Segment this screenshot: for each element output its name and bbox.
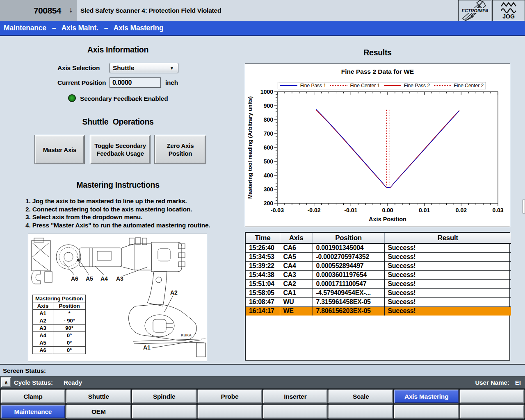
table-row: A1* <box>33 310 86 317</box>
results-table-wrap: Time Axis Position Result 15:26:40CA60.0… <box>245 232 510 361</box>
table-row: A390° <box>33 325 86 332</box>
table-row[interactable]: 15:34:53CA5-0.0002705974352Success! <box>246 252 511 261</box>
axis-selection-dropdown[interactable]: Shuttle ▼ <box>110 63 178 73</box>
master-axis-button[interactable]: Master Axis <box>35 135 84 164</box>
softkey-empty[interactable] <box>132 405 196 418</box>
chart-title: Fine Pass 2 Data for WE <box>245 68 510 75</box>
axis-label-a1: A1 <box>143 344 151 351</box>
svg-text:0.01: 0.01 <box>419 207 430 213</box>
svg-text:300: 300 <box>264 186 274 193</box>
cycle-status-bar: ∧ Cycle Status: Ready User Name: EI <box>0 376 525 388</box>
svg-text:-0.02: -0.02 <box>308 207 321 213</box>
mastering-col-axis: Axis <box>33 302 53 310</box>
company-logo-box: ECTROIMPA <box>458 0 491 21</box>
softkey-empty[interactable] <box>460 405 524 418</box>
mastering-instructions-title: Mastering Instructions <box>25 180 211 190</box>
svg-text:400: 400 <box>264 172 274 179</box>
cell-time: 15:34:53 <box>246 252 280 261</box>
cell-axis: CA5 <box>280 252 313 261</box>
breadcrumb-bar: Maintenance – Axis Maint. – Axis Masteri… <box>0 21 525 36</box>
softkey-empty[interactable] <box>263 405 328 418</box>
legend-label: Fine Pass 1 <box>300 83 326 89</box>
secondary-feedback-led <box>68 94 76 102</box>
softkey-shuttle[interactable]: Shuttle <box>66 390 131 403</box>
legend-entry: Fine Pass 1 <box>280 83 326 89</box>
legend-entry: Fine Center 2 <box>434 83 484 89</box>
softkey-spindle[interactable]: Spindle <box>132 390 196 403</box>
cell-time: 16:14:17 <box>246 306 280 316</box>
svg-text:-0.03: -0.03 <box>271 207 284 213</box>
table-row[interactable]: 16:08:47WU7.315961458EX-05Success! <box>246 297 511 306</box>
svg-text:0.03: 0.03 <box>492 207 503 213</box>
chart-legend: Fine Pass 1 Fine Center 1 Fine Pass 2 Fi… <box>278 82 486 89</box>
svg-text:-0.01: -0.01 <box>344 207 357 213</box>
instruction-step: 4. Press "Master Axis" to run the automa… <box>25 221 210 229</box>
softkey-axis-mastering[interactable]: Axis Mastering <box>394 390 459 403</box>
legend-line-sample <box>280 85 297 86</box>
cell-result: Success! <box>384 279 511 288</box>
softkey-scale[interactable]: Scale <box>329 390 393 403</box>
col-time: Time <box>246 233 280 243</box>
cell-axis: CA1 <box>280 288 313 297</box>
legend-entry: Fine Center 1 <box>330 83 380 89</box>
table-row: A40° <box>33 332 86 339</box>
crossed-hammer-bolt-icon: ECTROIMPA <box>459 0 491 21</box>
cell-time: 15:39:22 <box>246 261 280 270</box>
zero-axis-position-button[interactable]: Zero Axis Position <box>155 135 206 164</box>
softkey-inserter[interactable]: Inserter <box>263 390 328 403</box>
user-name-value: EI <box>515 379 521 386</box>
results-header-row: Time Axis Position Result <box>246 233 511 243</box>
cell-position: -4.579409454EX-... <box>313 288 384 297</box>
toggle-secondary-feedback-button[interactable]: Toggle Secondary Feedback Usage <box>90 135 150 164</box>
svg-text:900: 900 <box>264 102 274 109</box>
softkey-empty[interactable] <box>460 390 524 403</box>
svg-text:0.02: 0.02 <box>456 207 467 213</box>
mastering-table-title: Mastering Position <box>33 295 86 302</box>
cell-axis: CA4 <box>280 261 313 270</box>
collapse-button[interactable]: ∧ <box>1 377 11 387</box>
softkey-grid: Clamp Shuttle Spindle Probe Inserter Sca… <box>0 388 525 420</box>
cycle-status-label: Cycle Status: <box>14 379 53 386</box>
current-position-field[interactable] <box>110 77 161 88</box>
table-row: A60° <box>33 347 86 354</box>
mastering-position-table: Mastering Position Axis Position A1* A2-… <box>32 295 86 354</box>
top-alarm-bar: 700854 ↓ Sled Safety Scanner 4: Protecti… <box>0 0 525 21</box>
instruction-step: 3. Select axis from the dropdown menu. <box>25 213 210 221</box>
breadcrumb: Maintenance – Axis Maint. – Axis Masteri… <box>0 24 163 32</box>
robot-diagram: A6 A5 A4 A3 A2 A1 KUKA Mastering Positio… <box>28 234 207 361</box>
cell-axis: CA6 <box>280 243 313 252</box>
screen-status-label: Screen Status: <box>0 367 46 374</box>
softkey-oem[interactable]: OEM <box>66 405 131 418</box>
results-title: Results <box>245 48 510 57</box>
table-filler <box>246 316 511 360</box>
cell-position: 0.0003601197654 <box>313 270 384 279</box>
secondary-feedback-label: Secondary Feedback Enabled <box>80 95 168 102</box>
table-row: A50° <box>33 339 86 347</box>
softkey-empty[interactable] <box>198 405 262 418</box>
scrollbar-fragment[interactable] <box>523 200 525 213</box>
position-unit-label: inch <box>165 79 178 86</box>
mastering-instructions-list: 1. Jog the axis to be mastered to line u… <box>25 197 210 229</box>
softkey-maintenance[interactable]: Maintenance <box>1 405 65 418</box>
table-row[interactable]: 15:26:40CA60.001901345004Success! <box>246 243 511 252</box>
cell-time: 16:08:47 <box>246 297 280 306</box>
cell-time: 15:44:38 <box>246 270 280 279</box>
softkey-empty[interactable] <box>329 405 393 418</box>
alarm-ack-arrow-icon: ↓ <box>69 5 73 14</box>
cell-time: 15:26:40 <box>246 243 280 252</box>
softkey-empty[interactable] <box>394 405 459 418</box>
svg-text:700: 700 <box>264 130 274 137</box>
axis-label-a3: A3 <box>116 275 123 282</box>
table-row[interactable]: 15:44:38CA30.0003601197654Success! <box>246 270 511 279</box>
softkey-clamp[interactable]: Clamp <box>1 390 65 403</box>
cell-axis: CA2 <box>280 279 313 288</box>
table-row[interactable]: 15:39:22CA40.000552894497Success! <box>246 261 511 270</box>
table-row[interactable]: 15:58:05CA1-4.579409454EX-...Success! <box>246 288 511 297</box>
axis-selection-value: Shuttle <box>110 64 170 72</box>
cycle-status-value: Ready <box>64 379 82 386</box>
table-row[interactable]: 15:51:04CA20.0001711100547Success! <box>246 279 511 288</box>
softkey-probe[interactable]: Probe <box>198 390 262 403</box>
axis-label-a4: A4 <box>100 275 108 282</box>
table-row-highlighted[interactable]: 16:14:17WE7.806156203EX-05Success! <box>246 306 511 316</box>
jog-label: JOG <box>502 13 515 20</box>
